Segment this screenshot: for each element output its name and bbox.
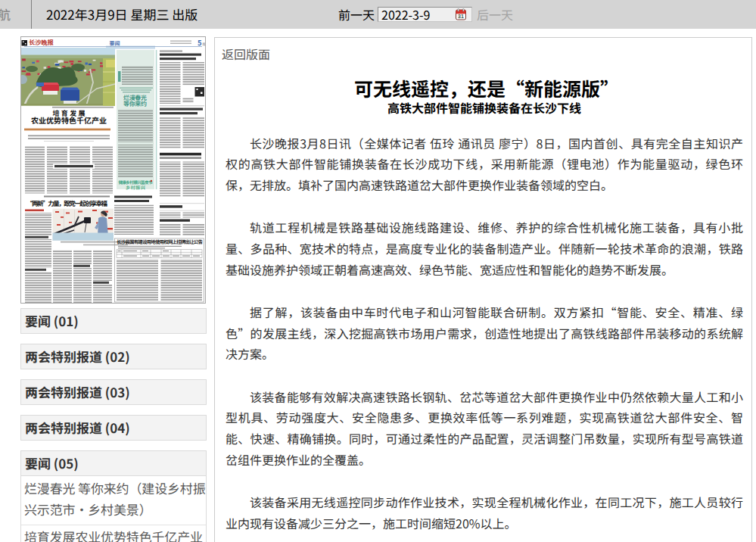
svg-text:等你来约: 等你来约 [123,99,147,107]
svg-text:“两新”力量，跟党一起创享幸福: “两新”力量，跟党一起创享幸福 [26,198,107,207]
svg-text:版: 版 [203,42,206,46]
svg-text:长沙晚报: 长沙晚报 [29,37,54,46]
svg-text:农业优势特色千亿产业: 农业优势特色千亿产业 [31,114,107,126]
svg-text:乡村振兴: 乡村振兴 [126,184,145,191]
svg-text:长沙县国有建设用地使用权网上挂牌出让公告: 长沙县国有建设用地使用权网上挂牌出让公告 [117,238,204,245]
svg-text:31: 31 [458,14,464,19]
svg-text:要闻: 要闻 [110,39,120,47]
svg-text:5: 5 [198,37,202,48]
